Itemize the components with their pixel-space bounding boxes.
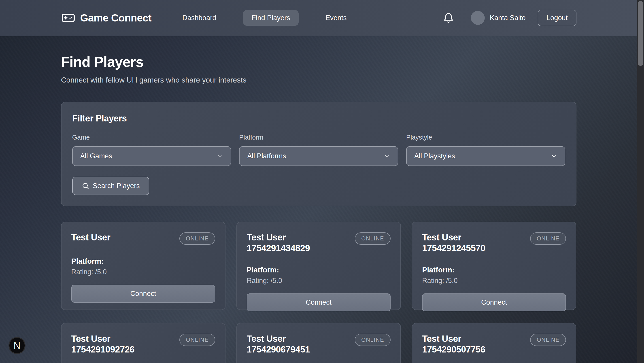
nav-item[interactable]: Events — [317, 10, 355, 26]
status-badge: ONLINE — [180, 334, 215, 346]
nav-item-label: Find Players — [252, 14, 290, 22]
filter-select[interactable]: All Platforms — [239, 146, 398, 166]
player-card: Test User ONLINE Platform: Rating: /5.0 … — [61, 222, 226, 310]
filter-title: Filter Players — [72, 113, 565, 124]
filter-field-label: Playstyle — [406, 134, 565, 141]
top-nav: Game Connect Dashboard Find Players Even… — [0, 0, 637, 36]
platform-label: Platform: — [71, 257, 215, 266]
scrollbar-track[interactable] — [637, 0, 644, 363]
bell-icon — [443, 12, 454, 24]
nav-item-label: Events — [326, 14, 347, 22]
search-icon — [82, 182, 89, 190]
filter-card: Filter Players Game All Games P — [61, 102, 576, 206]
primary-nav: Dashboard Find Players Events — [174, 10, 355, 26]
dev-tools-badge[interactable]: N — [8, 337, 26, 354]
search-players-label: Search Players — [93, 182, 140, 190]
app-viewport: Game Connect Dashboard Find Players Even… — [0, 0, 637, 363]
status-badge: ONLINE — [180, 232, 215, 245]
player-name: Test User 1754291434829 — [247, 232, 350, 254]
gamepad-icon — [61, 11, 76, 25]
filter-field-label: Platform — [239, 134, 398, 141]
player-name: Test User 1754291092726 — [71, 333, 174, 355]
connect-button[interactable]: Connect — [422, 294, 566, 311]
chevron-down-icon — [384, 153, 390, 160]
rating-text: Rating: /5.0 — [71, 268, 215, 276]
filter-field: Playstyle All Playstyles — [406, 134, 565, 166]
logout-button[interactable]: Logout — [538, 10, 576, 26]
player-card: Test User 1754291092726 ONLINE Platform:… — [61, 323, 226, 363]
filter-select-value: All Platforms — [247, 152, 286, 160]
filter-select[interactable]: All Playstyles — [406, 146, 565, 166]
nav-item[interactable]: Dashboard — [174, 10, 225, 26]
main-content: Find Players Connect with fellow UH game… — [61, 54, 576, 363]
connect-button[interactable]: Connect — [247, 294, 390, 311]
nav-right: Kanta Saito Logout — [443, 10, 576, 26]
connect-button[interactable]: Connect — [71, 285, 215, 302]
status-badge: ONLINE — [355, 334, 390, 346]
chevron-down-icon — [216, 153, 223, 160]
player-name: Test User 1754290679451 — [247, 333, 350, 355]
brand-logo[interactable]: Game Connect — [61, 11, 152, 25]
player-card-head: Test User 1754291245570 ONLINE — [422, 232, 566, 254]
player-name: Test User 1754291245570 — [422, 232, 525, 254]
player-name: Test User 1754290507756 — [422, 333, 525, 355]
filter-select-value: All Playstyles — [414, 152, 455, 160]
chevron-down-icon — [550, 153, 557, 160]
filter-field: Platform All Platforms — [239, 134, 398, 166]
nav-inner: Game Connect Dashboard Find Players Even… — [61, 0, 576, 36]
page-subtitle: Connect with fellow UH gamers who share … — [61, 76, 576, 84]
scrollbar-thumb[interactable] — [638, 1, 643, 66]
status-badge: ONLINE — [530, 334, 566, 346]
status-badge: ONLINE — [355, 232, 390, 245]
filter-select[interactable]: All Games — [72, 146, 231, 166]
page-title: Find Players — [61, 54, 576, 70]
filter-select-value: All Games — [80, 152, 112, 160]
filter-field-label: Game — [72, 134, 231, 141]
brand-name: Game Connect — [80, 12, 152, 24]
platform-label: Platform: — [422, 266, 566, 274]
player-card: Test User 1754290507756 ONLINE Platform:… — [412, 323, 576, 363]
player-card: Test User 1754290679451 ONLINE Platform:… — [236, 323, 401, 363]
user-avatar[interactable] — [471, 11, 485, 25]
player-card-head: Test User ONLINE — [71, 232, 215, 245]
player-card-head: Test User 1754290679451 ONLINE — [247, 333, 390, 355]
nav-item[interactable]: Find Players — [243, 10, 298, 26]
filter-grid: Game All Games Platform All Platforms — [72, 134, 565, 166]
player-card-head: Test User 1754290507756 ONLINE — [422, 333, 566, 355]
rating-text: Rating: /5.0 — [422, 276, 566, 285]
player-name: Test User — [71, 232, 110, 243]
user-name: Kanta Saito — [490, 14, 526, 22]
status-badge: ONLINE — [530, 232, 566, 245]
filter-field: Game All Games — [72, 134, 231, 166]
player-card-head: Test User 1754291092726 ONLINE — [71, 333, 215, 355]
rating-text: Rating: /5.0 — [247, 276, 390, 285]
nav-item-label: Dashboard — [182, 14, 216, 22]
platform-label: Platform: — [247, 266, 390, 274]
players-grid: Test User ONLINE Platform: Rating: /5.0 … — [61, 222, 576, 363]
player-card-head: Test User 1754291434829 ONLINE — [247, 232, 390, 254]
player-card: Test User 1754291245570 ONLINE Platform:… — [412, 222, 576, 310]
search-players-button[interactable]: Search Players — [72, 177, 149, 195]
player-card: Test User 1754291434829 ONLINE Platform:… — [236, 222, 401, 310]
notifications-button[interactable] — [443, 12, 454, 24]
